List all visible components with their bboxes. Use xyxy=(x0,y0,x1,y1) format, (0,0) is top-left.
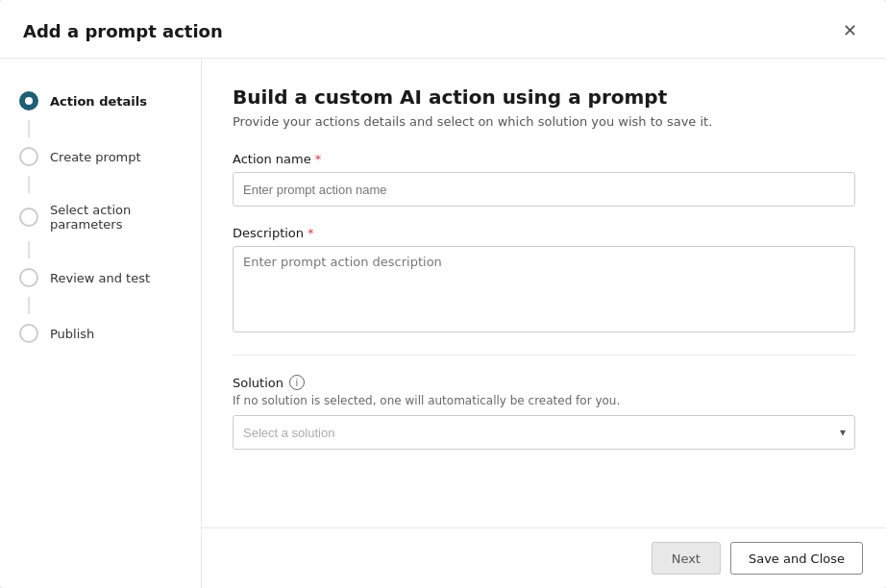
sidebar-item-label-action-details: Action details xyxy=(50,94,147,109)
description-required: * xyxy=(308,226,314,240)
action-name-label: Action name * xyxy=(233,152,855,166)
modal-body: Action details Create prompt Select acti… xyxy=(0,59,886,588)
sidebar-item-select-action-parameters[interactable]: Select action parameters xyxy=(0,193,201,241)
sidebar-item-action-details[interactable]: Action details xyxy=(0,82,201,120)
modal-dialog: Add a prompt action ✕ Action details Cre… xyxy=(0,0,886,588)
description-label: Description * xyxy=(233,226,855,240)
modal-header: Add a prompt action ✕ xyxy=(0,0,886,59)
sidebar-item-create-prompt[interactable]: Create prompt xyxy=(0,137,201,176)
main-content: Build a custom AI action using a prompt … xyxy=(202,59,886,588)
save-close-button[interactable]: Save and Close xyxy=(730,542,863,575)
step-circle-select-action-parameters xyxy=(19,208,38,227)
step-connector-4 xyxy=(28,297,30,314)
step-circle-action-details xyxy=(19,91,38,110)
step-circle-review-and-test xyxy=(19,268,38,287)
modal-title: Add a prompt action xyxy=(23,21,223,41)
solution-label: Solution xyxy=(233,376,283,390)
sidebar-item-label-publish: Publish xyxy=(50,327,94,341)
action-name-input[interactable] xyxy=(233,172,855,207)
section-subtitle: Provide your actions details and select … xyxy=(233,114,855,129)
close-icon: ✕ xyxy=(843,20,857,41)
solution-hint: If no solution is selected, one will aut… xyxy=(233,394,855,407)
modal-footer: Next Save and Close xyxy=(202,527,886,588)
step-circle-create-prompt xyxy=(19,147,38,166)
solution-field-group: Solution i If no solution is selected, o… xyxy=(233,375,855,450)
step-connector-3 xyxy=(28,241,30,258)
description-textarea[interactable] xyxy=(233,246,855,332)
sidebar-item-review-and-test[interactable]: Review and test xyxy=(0,258,201,297)
next-button[interactable]: Next xyxy=(652,542,721,575)
section-divider xyxy=(233,355,855,355)
step-connector-2 xyxy=(28,176,30,193)
solution-select-wrapper: Select a solution ▾ xyxy=(233,415,855,450)
section-title: Build a custom AI action using a prompt xyxy=(233,86,855,109)
step-circle-publish xyxy=(19,324,38,343)
sidebar-item-label-create-prompt: Create prompt xyxy=(50,150,141,164)
solution-label-row: Solution i xyxy=(233,375,855,390)
action-name-field-group: Action name * xyxy=(233,152,855,207)
step-connector-1 xyxy=(28,120,30,137)
sidebar: Action details Create prompt Select acti… xyxy=(0,59,202,588)
sidebar-item-publish[interactable]: Publish xyxy=(0,314,201,353)
sidebar-item-label-select-action-parameters: Select action parameters xyxy=(50,203,182,232)
content-area: Build a custom AI action using a prompt … xyxy=(202,59,886,527)
sidebar-item-label-review-and-test: Review and test xyxy=(50,271,150,285)
action-name-required: * xyxy=(315,152,322,166)
solution-select[interactable]: Select a solution xyxy=(233,415,855,450)
close-button[interactable]: ✕ xyxy=(836,17,863,44)
description-field-group: Description * xyxy=(233,226,855,335)
info-icon[interactable]: i xyxy=(289,375,305,390)
